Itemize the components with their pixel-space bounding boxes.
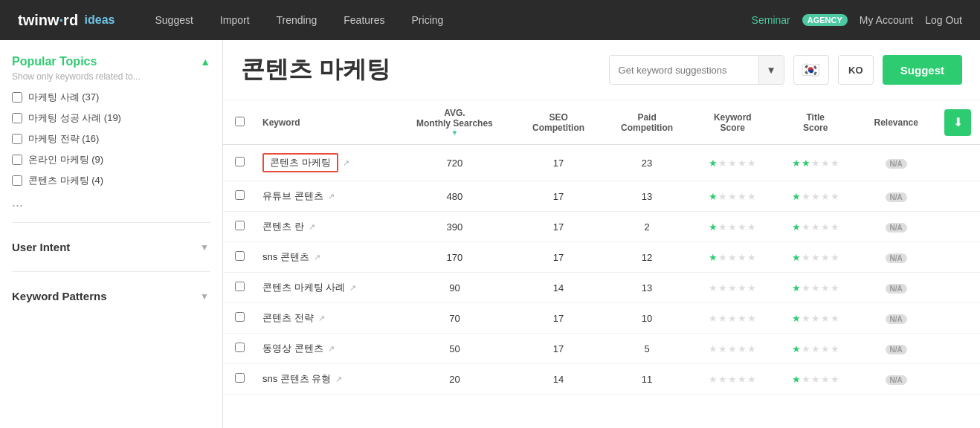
topic-item-4[interactable]: 콘텐츠 마케팅 (4)	[12, 174, 210, 187]
keyword-score-stars: ★★★★★	[692, 242, 774, 273]
suggest-button[interactable]: Suggest	[883, 55, 962, 85]
avg-monthly-value: 480	[395, 181, 514, 212]
search-dropdown-button[interactable]: ▼	[758, 55, 784, 85]
keyword-input[interactable]	[610, 65, 758, 76]
th-relevance: Relevance	[857, 100, 935, 145]
table-row: 콘텐츠 마케팅↗7201723★★★★★★★★★★N/A	[223, 145, 980, 181]
collapse-icon[interactable]: ▲	[200, 56, 210, 68]
th-avg-monthly[interactable]: AVG.Monthly Searches ▼	[395, 100, 514, 145]
keyword-patterns-section[interactable]: Keyword Patterns ▼	[12, 284, 210, 308]
star-icon-3: ★	[738, 191, 747, 202]
relevance-value: N/A	[857, 212, 935, 242]
row-checkbox-6[interactable]	[235, 343, 245, 352]
download-icon: ⬇	[953, 115, 963, 129]
select-all-checkbox[interactable]	[235, 117, 245, 126]
topic-item-3[interactable]: 온라인 마케팅 (9)	[12, 153, 210, 166]
title-score-stars: ★★★★★	[774, 145, 857, 181]
row-checkbox-7[interactable]	[235, 373, 245, 383]
star-icon-4: ★	[747, 252, 756, 263]
title-star-icon-1: ★	[802, 343, 810, 354]
external-link-icon[interactable]: ↗	[328, 344, 335, 354]
popular-topics-subtitle: Show only keywords related to...	[12, 71, 210, 82]
keyword-score-stars: ★★★★★	[692, 273, 774, 303]
paid-competition-value: 12	[603, 242, 692, 273]
topic-checkbox-0[interactable]	[12, 92, 22, 103]
language-button[interactable]: KO	[838, 55, 874, 85]
avg-monthly-value: 390	[395, 212, 514, 242]
th-paid-competition: PaidCompetition	[603, 100, 692, 145]
topic-item-0[interactable]: 마케팅 사례 (37)	[12, 91, 210, 104]
star-icon-2: ★	[728, 221, 737, 233]
relevance-value: N/A	[857, 181, 935, 212]
topic-checkbox-4[interactable]	[12, 175, 22, 186]
nav-my-account[interactable]: My Account	[860, 14, 913, 26]
flag-button[interactable]: 🇰🇷	[793, 55, 829, 85]
topic-list: 마케팅 사례 (37) 마케팅 성공 사례 (19) 마케팅 전략 (16) 온…	[12, 91, 210, 210]
user-intent-section[interactable]: User Intent ▼	[12, 235, 210, 259]
table-row: 유튜브 콘텐츠↗4801713★★★★★★★★★★N/A	[223, 181, 980, 212]
paid-competition-value: 10	[603, 303, 692, 334]
download-button[interactable]: ⬇	[944, 109, 971, 136]
keyword-cell: sns 콘텐츠↗	[254, 242, 395, 273]
nav-suggest[interactable]: Suggest	[141, 0, 206, 40]
external-link-icon[interactable]: ↗	[328, 192, 335, 201]
star-icon-2: ★	[728, 158, 737, 169]
row-checkbox-0[interactable]	[235, 157, 245, 166]
avg-monthly-value: 90	[395, 273, 514, 303]
popular-topics-header[interactable]: Popular Topics ▲	[12, 55, 210, 68]
topic-checkbox-2[interactable]	[12, 134, 22, 144]
sort-arrow-icon: ▼	[404, 129, 505, 137]
star-icon-1: ★	[718, 374, 727, 385]
nav-features[interactable]: Features	[330, 0, 398, 40]
sidebar: Popular Topics ▲ Show only keywords rela…	[0, 40, 223, 428]
keyword-cell: 유튜브 콘텐츠↗	[254, 181, 395, 212]
star-icon-3: ★	[738, 158, 747, 169]
nav-logout[interactable]: Log Out	[925, 14, 962, 26]
topic-item-1[interactable]: 마케팅 성공 사례 (19)	[12, 111, 210, 125]
external-link-icon[interactable]: ↗	[343, 158, 349, 168]
keyword-text: 동영상 콘텐츠	[262, 342, 323, 355]
title-star-icon-0: ★	[792, 191, 801, 202]
keyword-table: Keyword AVG.Monthly Searches ▼ SEOCompet…	[223, 100, 980, 395]
star-icon-4: ★	[747, 374, 756, 385]
row-checkbox-4[interactable]	[235, 282, 245, 291]
external-link-icon[interactable]: ↗	[318, 314, 325, 323]
row-checkbox-2[interactable]	[235, 221, 245, 230]
nav-trending[interactable]: Trending	[263, 0, 331, 40]
star-icon-2: ★	[728, 252, 737, 263]
logo[interactable]: twinw·rd ideas	[18, 12, 115, 29]
external-link-icon[interactable]: ↗	[349, 283, 356, 293]
title-star-icon-2: ★	[811, 343, 820, 354]
title-star-icon-4: ★	[831, 191, 839, 202]
keyword-text: sns 콘텐츠	[262, 250, 309, 264]
title-star-icon-4: ★	[831, 282, 839, 294]
star-icon-0: ★	[709, 252, 718, 263]
title-score-stars: ★★★★★	[774, 212, 857, 242]
row-checkbox-1[interactable]	[235, 190, 245, 200]
nav-seminar[interactable]: Seminar	[752, 14, 790, 26]
row-checkbox-3[interactable]	[235, 251, 245, 261]
nav-pricing[interactable]: Pricing	[399, 0, 457, 40]
paid-competition-value: 5	[603, 334, 692, 364]
title-star-icon-1: ★	[802, 221, 810, 233]
external-link-icon[interactable]: ↗	[309, 222, 315, 232]
topic-checkbox-3[interactable]	[12, 155, 22, 165]
topic-label-2: 마케팅 전략 (16)	[28, 132, 99, 146]
star-icon-4: ★	[747, 282, 756, 294]
external-link-icon[interactable]: ↗	[335, 374, 342, 384]
title-star-icon-2: ★	[811, 191, 820, 202]
topic-item-2[interactable]: 마케팅 전략 (16)	[12, 132, 210, 146]
topic-checkbox-1[interactable]	[12, 113, 22, 123]
star-icon-4: ★	[747, 158, 756, 169]
nav-import[interactable]: Import	[207, 0, 263, 40]
external-link-icon[interactable]: ↗	[314, 253, 320, 262]
row-checkbox-5[interactable]	[235, 312, 245, 322]
content-area: Popular Topics ▲ Show only keywords rela…	[0, 40, 980, 428]
th-seo-competition: SEOCompetition	[515, 100, 603, 145]
seo-competition-value: 17	[515, 242, 603, 273]
seo-competition-value: 17	[515, 334, 603, 364]
sidebar-divider-1	[12, 222, 210, 223]
avg-monthly-value: 720	[395, 145, 514, 181]
title-star-icon-0: ★	[792, 282, 801, 294]
keyword-score-stars: ★★★★★	[692, 145, 774, 181]
